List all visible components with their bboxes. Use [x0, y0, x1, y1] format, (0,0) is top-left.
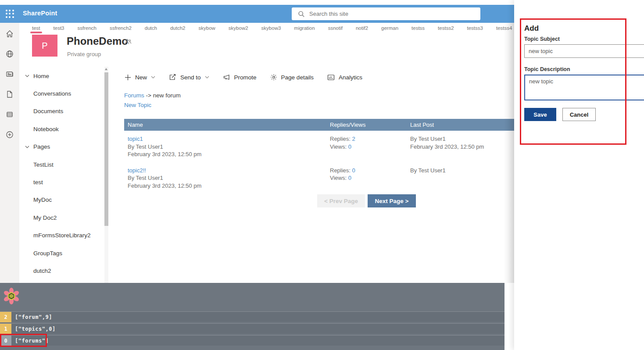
search-box[interactable]: Search this site — [292, 7, 480, 20]
chevron-down-icon[interactable] — [25, 146, 32, 148]
debug-row-0-selected[interactable]: 0 ["forums"] — [0, 335, 504, 346]
debug-row-value: ["forums"] — [15, 338, 49, 344]
nav-item-grouptags[interactable]: GroupTags — [19, 244, 104, 262]
nav-scrollbar[interactable] — [104, 67, 108, 283]
prev-page-button[interactable]: < Prev Page — [317, 194, 365, 207]
views-count[interactable]: 0 — [348, 143, 351, 150]
nav-item-testlist[interactable]: TestList — [19, 156, 104, 173]
tab-skybow[interactable]: skybow — [198, 24, 215, 34]
app-launcher-waffle-icon[interactable] — [5, 9, 15, 19]
home-icon[interactable] — [5, 29, 14, 38]
document-icon[interactable] — [5, 90, 14, 99]
tab-dutch[interactable]: dutch — [144, 24, 157, 34]
panel-title: Add — [524, 24, 539, 33]
views-count[interactable]: 0 — [348, 175, 351, 181]
nav-item-mformsstorelibrary2[interactable]: mFormsStoreLibrary2 — [19, 227, 104, 244]
topic-description-textarea[interactable]: new topic — [524, 75, 644, 100]
column-header-last-post: Last Post — [410, 121, 514, 128]
analytics-button[interactable]: Analytics — [327, 74, 362, 81]
topic-link[interactable]: topic2!! — [128, 167, 146, 174]
topic-link[interactable]: topic1 — [128, 136, 143, 142]
send-to-icon — [169, 74, 176, 81]
save-button[interactable]: Save — [524, 108, 556, 121]
nav-scrollbar-thumb[interactable] — [104, 72, 108, 226]
page: SharePoint Search this site test test3 s… — [0, 0, 644, 350]
news-icon[interactable] — [5, 70, 14, 79]
page-details-button[interactable]: Page details — [270, 74, 314, 81]
new-button[interactable]: New — [125, 74, 155, 81]
tab-testss[interactable]: testss — [411, 24, 425, 34]
search-placeholder: Search this site — [309, 11, 348, 17]
tab-test[interactable]: test — [32, 24, 41, 34]
site-tabs-bar: test test3 ssfrench ssfrench2 dutch dutc… — [0, 23, 514, 34]
table-header-row: Name Replies/Views Last Post — [124, 119, 514, 131]
nav-item-mydoc[interactable]: MyDoc — [19, 191, 104, 209]
tab-german[interactable]: german — [381, 24, 399, 34]
debug-row-value: ["topics",0] — [15, 326, 56, 332]
chevron-down-icon — [151, 76, 155, 79]
breadcrumb-forums-link[interactable]: Forums — [124, 92, 144, 99]
topic-subject-input[interactable] — [524, 44, 644, 58]
top-app-bar: SharePoint Search this site — [0, 5, 514, 23]
globe-icon[interactable] — [5, 50, 14, 58]
site-title: PhoneDemo — [67, 35, 128, 47]
nav-item-documents[interactable]: Documents — [19, 103, 104, 120]
tab-testss3[interactable]: testss3 — [467, 24, 483, 34]
nav-item-home[interactable]: Home — [19, 67, 104, 85]
tab-dutch2[interactable]: dutch2 — [170, 24, 186, 34]
debug-row-value: ["forum",9] — [15, 314, 52, 320]
tab-test3[interactable]: test3 — [53, 24, 65, 34]
nav-item-notebook[interactable]: Notebook — [19, 120, 104, 138]
tab-testss2[interactable]: testss2 — [437, 24, 454, 34]
tab-ssfrench2[interactable]: ssfrench2 — [109, 24, 132, 34]
nav-item-mydoc2[interactable]: My Doc2 — [19, 209, 104, 226]
debug-row-index-badge: 1 — [0, 324, 11, 334]
column-header-name: Name — [124, 121, 330, 128]
debug-row-1[interactable]: 1 ["topics",0] — [0, 323, 504, 334]
site-avatar[interactable]: P — [32, 35, 57, 57]
bar-chart-icon — [327, 74, 335, 81]
tab-notif2[interactable]: notif2 — [355, 24, 369, 34]
topics-table: Name Replies/Views Last Post topic1 By T… — [124, 119, 514, 193]
nav-item-conversations[interactable]: Conversations — [19, 85, 104, 102]
nav-item-pages[interactable]: Pages — [19, 138, 104, 156]
column-header-replies-views: Replies/Views — [330, 121, 410, 128]
topic-author: By Test User1 — [128, 143, 330, 151]
cancel-button[interactable]: Cancel — [562, 108, 596, 121]
scroll-up-arrow-icon[interactable] — [105, 68, 107, 70]
next-page-button[interactable]: Next Page > — [368, 194, 416, 207]
gear-icon — [270, 74, 277, 81]
app-rail — [0, 23, 19, 283]
add-topic-panel: Add Topic Subject Topic Description new … — [514, 0, 644, 350]
topic-date: February 3rd 2023, 12:50 pm — [128, 182, 330, 190]
main-content: New Send to Promote Page details Analyti… — [109, 67, 514, 283]
add-icon[interactable] — [5, 130, 14, 139]
debug-console-panel: 2 ["forum",9] 1 ["topics",0] 0 ["forums"… — [0, 283, 504, 350]
promote-button[interactable]: Promote — [223, 74, 257, 81]
replies-count[interactable]: 2 — [352, 136, 355, 142]
nav-item-dutch2[interactable]: dutch2 — [19, 262, 104, 279]
replies-count[interactable]: 0 — [352, 167, 355, 174]
chevron-down-icon — [205, 76, 209, 79]
debug-row-index-badge: 0 — [0, 336, 11, 346]
breadcrumb-current: -> new forum — [146, 92, 181, 99]
new-topic-link[interactable]: New Topic — [124, 102, 151, 108]
tab-testss4[interactable]: testss4 — [496, 24, 512, 34]
tab-migration[interactable]: migration — [293, 24, 315, 34]
tab-ssnotif[interactable]: ssnotif — [328, 24, 343, 34]
debug-row-2[interactable]: 2 ["forum",9] — [0, 311, 504, 322]
chevron-down-icon[interactable] — [25, 75, 32, 77]
command-bar: New Send to Promote Page details Analyti… — [125, 71, 362, 83]
breadcrumb: Forums -> new forum — [124, 92, 181, 99]
tab-skybow2[interactable]: skybow2 — [228, 24, 249, 34]
tab-skybow3[interactable]: skybow3 — [261, 24, 282, 34]
megaphone-icon — [223, 74, 230, 81]
nav-item-test[interactable]: test — [19, 173, 104, 191]
send-to-button[interactable]: Send to — [169, 74, 209, 81]
list-icon[interactable] — [5, 110, 14, 119]
sharepoint-brand[interactable]: SharePoint — [23, 10, 57, 17]
topic-date: February 3rd 2023, 12:50 pm — [128, 150, 330, 158]
tab-ssfrench[interactable]: ssfrench — [77, 24, 97, 34]
search-icon — [298, 11, 305, 18]
debug-row-index-badge: 2 — [0, 312, 11, 322]
